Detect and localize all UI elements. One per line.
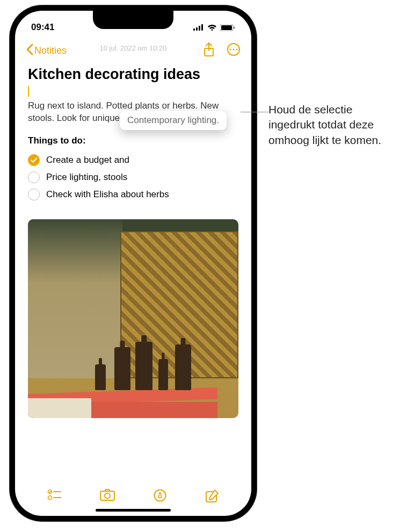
share-button[interactable] <box>203 42 215 59</box>
todo-item[interactable]: Create a budget and <box>28 152 238 169</box>
status-time: 09:41 <box>31 22 54 33</box>
back-button[interactable]: Notities <box>26 44 67 58</box>
callout-text: Houd de selectie ingedrukt totdat deze o… <box>268 102 397 148</box>
todo-item[interactable]: Check with Elisha about herbs <box>28 186 238 203</box>
svg-point-14 <box>48 496 52 500</box>
svg-point-17 <box>105 493 110 499</box>
phone-frame: 09:41 Notities 10 jul. 2022 om <box>10 5 257 521</box>
markup-button[interactable] <box>154 489 166 505</box>
todo-item[interactable]: Price lighting, stools <box>28 169 238 186</box>
svg-rect-3 <box>201 24 203 31</box>
svg-point-11 <box>236 48 237 50</box>
todo-label: Create a budget and <box>46 155 129 166</box>
compose-button[interactable] <box>205 489 219 505</box>
svg-point-10 <box>232 48 234 50</box>
svg-rect-1 <box>196 27 198 31</box>
checklist-button[interactable] <box>47 489 61 505</box>
checkbox-empty-icon[interactable] <box>28 171 40 183</box>
chevron-left-icon <box>26 44 33 58</box>
back-label: Notities <box>34 45 67 56</box>
svg-rect-2 <box>199 26 200 31</box>
svg-rect-0 <box>193 28 195 31</box>
checkbox-empty-icon[interactable] <box>28 189 40 200</box>
bottom-toolbar <box>15 484 251 509</box>
things-heading: Things to do: <box>28 135 238 146</box>
more-button[interactable] <box>227 42 241 59</box>
text-cursor <box>28 86 29 97</box>
wifi-icon <box>207 24 217 31</box>
camera-button[interactable] <box>100 489 115 505</box>
svg-point-9 <box>229 48 231 50</box>
nav-bar: Notities 10 jul. 2022 om 10:20 <box>15 37 251 63</box>
note-title: Kitchen decorating ideas <box>28 66 238 83</box>
dragged-selection[interactable]: Contemporary lighting. <box>120 111 227 130</box>
todo-list: Create a budget and Price lighting, stoo… <box>28 152 238 203</box>
callout-line <box>241 112 268 112</box>
svg-point-18 <box>155 490 166 501</box>
phone-screen: 09:41 Notities 10 jul. 2022 om <box>15 11 251 516</box>
notch <box>93 11 173 29</box>
svg-rect-6 <box>234 26 235 29</box>
cellular-icon <box>193 24 204 31</box>
note-timestamp: 10 jul. 2022 om 10:20 <box>99 44 166 52</box>
svg-rect-5 <box>221 25 232 30</box>
todo-label: Check with Elisha about herbs <box>46 189 169 200</box>
battery-icon <box>220 24 235 31</box>
home-indicator[interactable] <box>96 509 171 512</box>
todo-label: Price lighting, stools <box>46 172 127 183</box>
note-image[interactable] <box>28 219 238 418</box>
checkbox-checked-icon[interactable] <box>28 154 40 166</box>
